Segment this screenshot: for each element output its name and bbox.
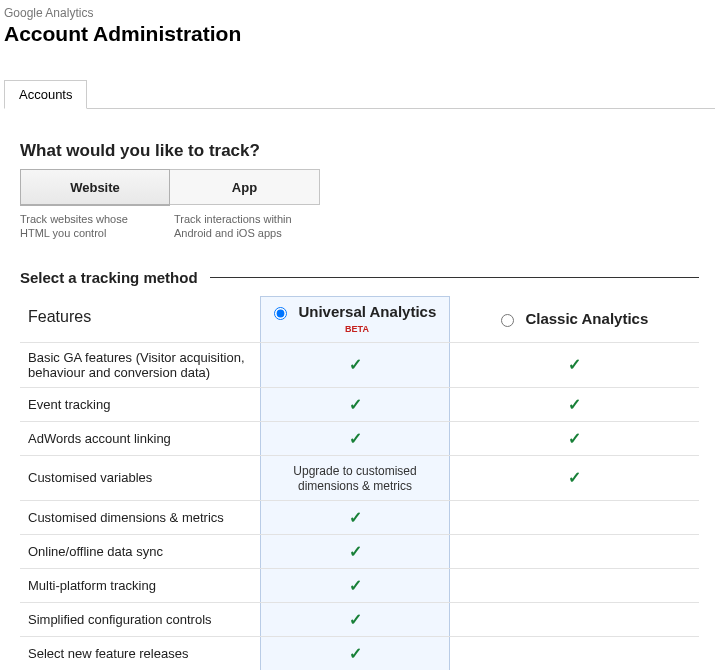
feature-dims: Customised dimensions & metrics	[20, 500, 260, 534]
segment-website-desc: Track websites whose HTML you control	[20, 212, 170, 241]
customvar-note: Upgrade to customised dimensions & metri…	[293, 464, 416, 493]
features-header: Features	[20, 296, 260, 343]
check-icon: ✓	[568, 356, 581, 373]
radio-classic[interactable]	[501, 314, 514, 327]
feature-newf: Select new feature releases	[20, 636, 260, 670]
check-icon: ✓	[349, 509, 362, 526]
check-icon: ✓	[568, 430, 581, 447]
product-name: Google Analytics	[4, 6, 715, 20]
check-icon: ✓	[349, 356, 362, 373]
track-question: What would you like to track?	[20, 141, 699, 161]
segment-website[interactable]: Website	[20, 169, 170, 206]
radio-universal[interactable]	[274, 307, 287, 320]
method-title: Select a tracking method	[20, 269, 198, 286]
check-icon: ✓	[568, 469, 581, 486]
check-icon: ✓	[349, 611, 362, 628]
check-icon: ✓	[349, 645, 362, 662]
universal-label: Universal Analytics	[298, 303, 436, 320]
segment-app[interactable]: App	[170, 169, 320, 205]
feature-basic: Basic GA features (Visitor acquisition, …	[20, 342, 260, 387]
segment-app-desc: Track interactions within Android and iO…	[170, 212, 320, 241]
feature-simp: Simplified configuration controls	[20, 602, 260, 636]
page-title: Account Administration	[4, 22, 715, 46]
feature-adwords: AdWords account linking	[20, 421, 260, 455]
classic-analytics-option[interactable]: Classic Analytics	[450, 296, 699, 343]
classic-label: Classic Analytics	[525, 310, 648, 327]
check-icon: ✓	[349, 543, 362, 560]
check-icon: ✓	[349, 430, 362, 447]
check-icon: ✓	[349, 396, 362, 413]
check-icon: ✓	[349, 577, 362, 594]
divider-line	[210, 277, 699, 278]
universal-analytics-option[interactable]: Universal Analytics BETA	[260, 296, 450, 343]
feature-customvar: Customised variables	[20, 455, 260, 500]
feature-event: Event tracking	[20, 387, 260, 421]
feature-multi: Multi-platform tracking	[20, 568, 260, 602]
feature-sync: Online/offline data sync	[20, 534, 260, 568]
check-icon: ✓	[568, 396, 581, 413]
tab-accounts[interactable]: Accounts	[4, 80, 87, 109]
beta-badge: BETA	[345, 324, 369, 334]
